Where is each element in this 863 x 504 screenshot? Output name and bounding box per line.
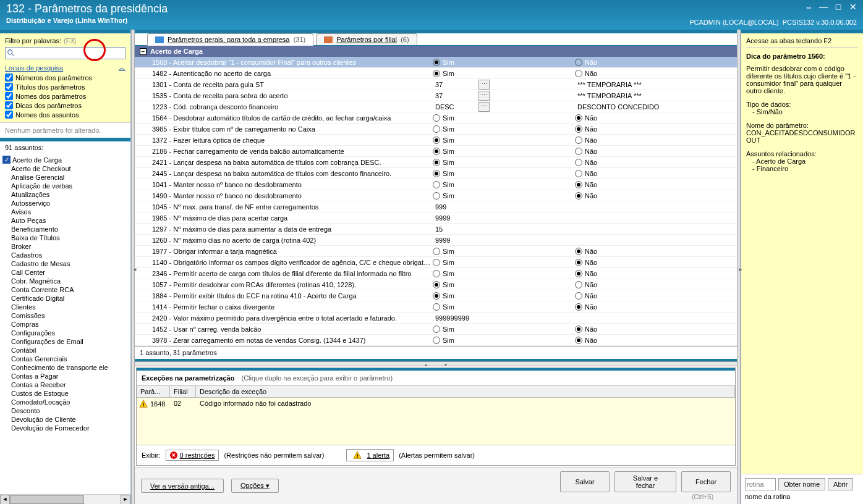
radio-sim[interactable]: [433, 337, 440, 344]
checkbox[interactable]: [5, 92, 13, 100]
radio-sim[interactable]: [433, 192, 440, 200]
filter-check-0[interactable]: Números dos parâmetros: [5, 74, 125, 82]
param-row[interactable]: 1977 - Obrigar informar a tarja magnétic…: [135, 246, 737, 257]
horizontal-splitter[interactable]: ▴ ▾: [135, 361, 737, 366]
subject-item[interactable]: Contas Gerenciais: [0, 355, 130, 363]
subject-item[interactable]: Contábil: [0, 346, 130, 355]
param-row[interactable]: 1985 - Nº máximo de dias para acertar ca…: [135, 212, 737, 224]
param-row[interactable]: 1297 - Nº máximo de dias para aumentar a…: [135, 224, 737, 235]
radio-nao[interactable]: [575, 136, 582, 144]
param-row[interactable]: 1490 - Manter nosso nº banco no desdobra…: [135, 190, 737, 201]
checkbox[interactable]: [5, 111, 13, 119]
radio-nao[interactable]: [575, 259, 582, 266]
subject-item[interactable]: Configurações de Email: [0, 337, 130, 346]
radio-sim[interactable]: [433, 259, 440, 266]
param-row[interactable]: 2346 - Permitir acerto de carga com títu…: [135, 268, 737, 279]
rotina-input[interactable]: [745, 478, 776, 490]
radio-nao[interactable]: [575, 192, 582, 200]
param-row[interactable]: 1301 - Conta de receita para guia ST37⋯*…: [135, 79, 737, 90]
salvar-button[interactable]: Salvar: [560, 471, 610, 492]
subject-item[interactable]: Conhecimento de transporte ele: [0, 363, 130, 372]
subject-item-checked[interactable]: ✓ Acerto de Carga: [0, 155, 130, 164]
param-row[interactable]: 1564 - Desdobrar automático títulos de c…: [135, 112, 737, 124]
scroll-thumb[interactable]: [10, 495, 84, 504]
subject-item[interactable]: Comissões: [0, 311, 130, 320]
radio-nao[interactable]: [575, 181, 582, 188]
radio-sim[interactable]: [433, 270, 440, 277]
filter-check-1[interactable]: Títulos dos parâmetros: [5, 83, 125, 91]
radio-nao[interactable]: [575, 170, 582, 177]
lookup-button[interactable]: ⋯: [478, 102, 490, 112]
subject-item[interactable]: Acerto de Checkout: [0, 164, 130, 173]
scroll-left-icon[interactable]: ◄: [0, 495, 10, 504]
checkbox[interactable]: [5, 83, 13, 91]
param-row[interactable]: 1057 - Permitir desdobrar com RCAs difer…: [135, 279, 737, 290]
obter-nome-button[interactable]: Obter nome: [778, 478, 825, 490]
locais-header[interactable]: Locais de pesquisa ︽: [5, 63, 125, 72]
subjects-list[interactable]: ✓ Acerto de Carga Acerto de CheckoutAnal…: [0, 154, 130, 494]
subject-item[interactable]: Atualizações: [0, 190, 130, 199]
param-row[interactable]: 3978 - Zerar carregamento em notas de ve…: [135, 335, 737, 346]
filter-check-4[interactable]: Nomes dos assuntos: [5, 111, 125, 119]
radio-sim[interactable]: [433, 159, 440, 166]
filter-check-3[interactable]: Dicas dos parâmetros: [5, 101, 125, 109]
vertical-splitter-right[interactable]: ►: [737, 30, 741, 504]
radio-sim[interactable]: [433, 114, 440, 122]
param-row[interactable]: 1372 - Fazer leitura óptica de chequeSim…: [135, 135, 737, 146]
radio-sim[interactable]: [433, 148, 440, 155]
subject-item[interactable]: Desconto: [0, 406, 130, 415]
radio-sim[interactable]: [433, 248, 440, 255]
scroll-right-icon[interactable]: ►: [121, 495, 130, 504]
abrir-button[interactable]: Abrir: [828, 478, 853, 490]
exc-row[interactable]: ! 1648 02 Código informado não foi cadas…: [137, 398, 735, 410]
radio-nao[interactable]: [575, 59, 582, 66]
param-row[interactable]: 2421 - Lançar despesa na baixa automátic…: [135, 157, 737, 168]
radio-sim[interactable]: [433, 70, 440, 77]
subject-item[interactable]: Cadastros: [0, 251, 130, 259]
radio-nao[interactable]: [575, 326, 582, 333]
horizontal-scrollbar[interactable]: ◄ ►: [0, 494, 130, 504]
search-input[interactable]: [18, 49, 124, 57]
radio-sim[interactable]: [433, 281, 440, 288]
param-row[interactable]: 1223 - Cód. cobrança desconto financeiro…: [135, 101, 737, 112]
collapse-group-icon[interactable]: −: [140, 48, 147, 55]
checkbox[interactable]: [5, 101, 13, 109]
tab-parametros-filial[interactable]: Parâmetros por filial (6): [316, 33, 417, 45]
subject-item[interactable]: Baixa de Títulos: [0, 233, 130, 242]
radio-sim[interactable]: [433, 303, 440, 311]
subject-item[interactable]: Autosserviço: [0, 199, 130, 208]
radio-sim[interactable]: [433, 125, 440, 133]
radio-nao[interactable]: [575, 303, 582, 311]
radio-nao[interactable]: [575, 125, 582, 133]
subject-item[interactable]: Call Center: [0, 268, 130, 277]
param-row[interactable]: 1041 - Manter nosso nº banco no desdobra…: [135, 179, 737, 190]
subject-item[interactable]: Conta Corrente RCA: [0, 285, 130, 294]
exc-col-param[interactable]: Parâ...: [137, 386, 170, 397]
opcoes-button[interactable]: Opções ▾: [231, 479, 279, 493]
radio-nao[interactable]: [575, 337, 582, 344]
radio-sim[interactable]: [433, 326, 440, 333]
lookup-button[interactable]: ⋯: [478, 91, 490, 101]
param-row[interactable]: 1560 - Aceitar desdobrar "1 - consumidor…: [135, 57, 737, 68]
maximize-icon[interactable]: □: [832, 2, 844, 12]
radio-nao[interactable]: [575, 148, 582, 155]
subject-item[interactable]: Devolução de Fornecedor: [0, 424, 130, 432]
subject-item[interactable]: Comodato/Locação: [0, 398, 130, 406]
param-row[interactable]: 1884 - Permitir exibir títulos do ECF na…: [135, 290, 737, 301]
exc-col-filial[interactable]: Filial: [170, 386, 196, 397]
vertical-splitter-left[interactable]: ◄: [131, 30, 135, 504]
subject-item[interactable]: Broker: [0, 242, 130, 251]
param-row[interactable]: 1452 - Usar nº carreg. venda balcãoSimNã…: [135, 324, 737, 335]
radio-sim[interactable]: [433, 170, 440, 177]
checkbox[interactable]: [5, 74, 13, 82]
radio-nao[interactable]: [575, 159, 582, 166]
subject-item[interactable]: Avisos: [0, 208, 130, 216]
subject-item[interactable]: Analise Gerencial: [0, 173, 130, 182]
subject-item[interactable]: Cobr. Magnética: [0, 277, 130, 285]
radio-nao[interactable]: [575, 248, 582, 255]
param-row[interactable]: 1045 - Nº max. para transf. de NF entre …: [135, 201, 737, 212]
radio-nao[interactable]: [575, 70, 582, 77]
restrictions-badge[interactable]: ✕ 0 restrições: [166, 450, 219, 461]
param-grid[interactable]: − Acerto de Carga 1560 - Aceitar desdobr…: [135, 46, 737, 346]
param-row[interactable]: 1140 - Obrigatório informar os campos dí…: [135, 257, 737, 268]
